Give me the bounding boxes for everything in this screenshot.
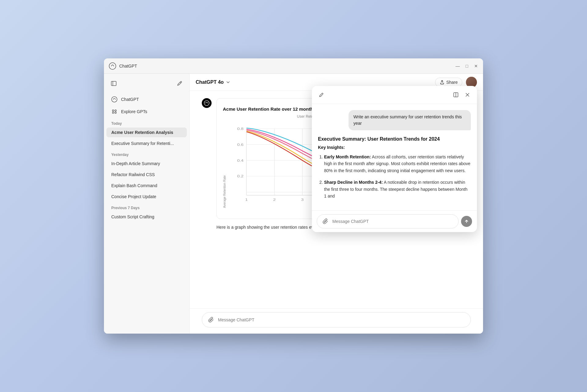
popup-message-input[interactable] <box>332 219 454 224</box>
popup-insight-2: Sharp Decline in Months 2-4: A noticeabl… <box>324 179 471 199</box>
svg-line-4 <box>180 82 181 83</box>
popup-attach-button[interactable] <box>321 217 330 226</box>
popup-close-button[interactable] <box>463 90 472 99</box>
maximize-button[interactable]: □ <box>465 64 469 68</box>
chart-title: Acme User Retention Rate over 12 months <box>223 106 316 112</box>
popup-send-button[interactable] <box>461 216 472 227</box>
user-message-text: Write an executive summary for user rete… <box>353 114 462 126</box>
window-controls: — □ ✕ <box>456 64 478 68</box>
sidebar-item-article[interactable]: In-Depth Article Summary <box>106 159 187 168</box>
svg-point-0 <box>109 63 116 69</box>
app-window: ChatGPT — □ ✕ <box>104 58 483 334</box>
sidebar-item-concise[interactable]: Concise Project Update <box>106 192 187 202</box>
chatgpt-logo-icon <box>109 62 116 70</box>
popup-input-area <box>312 210 477 232</box>
popup-content: Write an executive summary for user rete… <box>312 104 477 210</box>
model-selector[interactable]: ChatGPT 4o <box>196 80 231 85</box>
user-message-bubble: Write an executive summary for user rete… <box>349 110 471 130</box>
popup-split-button[interactable] <box>451 90 460 99</box>
svg-point-1 <box>112 65 113 65</box>
assistant-logo-icon <box>204 100 209 106</box>
section-yesterday: Yesterday <box>106 149 187 158</box>
svg-point-8 <box>113 112 114 113</box>
new-chat-button[interactable] <box>175 79 184 88</box>
popup-insight-1: Early Month Retention: Across all cohort… <box>324 153 471 174</box>
svg-text:0.6: 0.6 <box>237 143 243 147</box>
sidebar-item-chatgpt[interactable]: ChatGPT <box>106 94 187 105</box>
main-layout: ChatGPT Explore GPTs Today Acme User Ret… <box>104 74 483 334</box>
svg-point-7 <box>115 110 116 111</box>
share-button[interactable]: Share <box>435 78 462 87</box>
input-area <box>190 308 483 334</box>
svg-text:0.2: 0.2 <box>237 174 243 178</box>
minimize-button[interactable]: — <box>456 64 460 68</box>
chatgpt-nav-icon <box>111 96 117 102</box>
close-button[interactable]: ✕ <box>474 64 478 68</box>
sidebar-item-railwind[interactable]: Refactor Railwind CSS <box>106 170 187 179</box>
popup-window: Write an executive summary for user rete… <box>312 86 477 232</box>
svg-text:0.8: 0.8 <box>237 127 243 131</box>
insight-2-heading: Sharp Decline in Months 2-4: <box>324 180 383 185</box>
attach-button[interactable] <box>207 316 216 324</box>
popup-key-insights-label: Key Insights: <box>318 145 471 150</box>
sidebar-icon-row <box>104 77 189 93</box>
explore-icon <box>111 109 117 115</box>
title-bar: ChatGPT — □ ✕ <box>104 58 483 74</box>
sidebar-item-custom-script[interactable]: Custom Script Crafting <box>106 212 187 222</box>
sidebar-item-explore[interactable]: Explore GPTs <box>106 106 187 117</box>
app-title: ChatGPT <box>119 64 456 68</box>
share-label: Share <box>446 80 458 85</box>
sidebar-item-acme[interactable]: Acme User Retention Analysis <box>106 128 187 137</box>
insight-1-heading: Early Month Retention: <box>324 154 371 159</box>
svg-text:3: 3 <box>301 198 304 202</box>
svg-text:0.4: 0.4 <box>237 158 244 162</box>
svg-rect-2 <box>111 81 116 86</box>
popup-input-box[interactable] <box>317 214 459 228</box>
popup-header <box>312 86 477 104</box>
section-prev7: Previous 7 Days <box>106 202 187 211</box>
share-icon <box>440 80 445 85</box>
content-area: ChatGPT 4o Share <box>190 74 483 334</box>
sidebar-chatgpt-label: ChatGPT <box>121 97 139 102</box>
popup-edit-button[interactable] <box>317 90 326 99</box>
svg-point-6 <box>113 110 114 111</box>
sidebar-toggle-button[interactable] <box>109 79 119 88</box>
popup-header-left <box>317 90 326 99</box>
section-today: Today <box>106 118 187 127</box>
svg-text:2: 2 <box>273 198 275 202</box>
popup-insights-list: Early Month Retention: Across all cohort… <box>318 153 471 199</box>
y-axis-label: Average Retention Rate <box>223 122 226 208</box>
sidebar-item-bash[interactable]: Explain Bash Command <box>106 181 187 190</box>
model-name: ChatGPT 4o <box>196 80 224 85</box>
chevron-down-icon <box>226 80 231 85</box>
sidebar-item-exec-summary[interactable]: Executive Summary for Retenti... <box>106 139 187 148</box>
svg-text:1: 1 <box>245 198 248 202</box>
popup-response-title: Executive Summary: User Retention Trends… <box>318 136 471 142</box>
message-input[interactable] <box>218 317 466 322</box>
assistant-avatar <box>202 98 212 108</box>
popup-header-right <box>451 90 472 99</box>
svg-point-10 <box>204 101 209 105</box>
sidebar-explore-label: Explore GPTs <box>121 109 147 114</box>
svg-point-5 <box>112 97 117 102</box>
message-input-box[interactable] <box>202 312 471 327</box>
svg-point-9 <box>115 112 116 113</box>
sidebar: ChatGPT Explore GPTs Today Acme User Ret… <box>104 74 190 334</box>
